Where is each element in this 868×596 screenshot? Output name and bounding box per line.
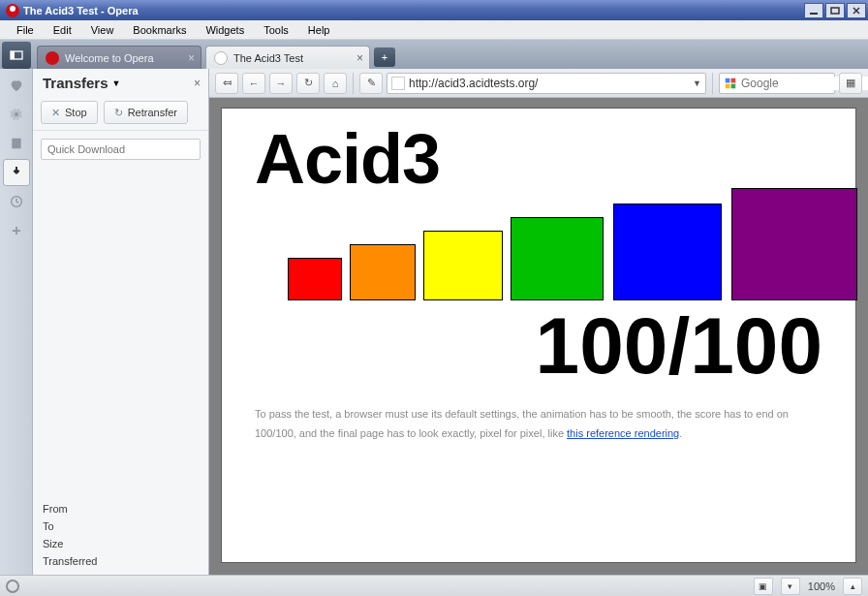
downloads-icon[interactable]	[3, 159, 30, 186]
menu-tools[interactable]: Tools	[255, 22, 297, 38]
svg-rect-11	[726, 83, 730, 88]
svg-rect-9	[726, 78, 730, 82]
desc-prefix: To pass the test, a browser must use its…	[255, 408, 789, 439]
svg-rect-7	[12, 139, 20, 149]
menu-view[interactable]: View	[82, 22, 123, 38]
history-icon[interactable]	[3, 188, 30, 215]
wand-button[interactable]: ✎	[359, 73, 383, 94]
stop-label: Stop	[65, 107, 87, 118]
address-bar[interactable]: ▼	[387, 73, 706, 94]
color-bar	[511, 217, 604, 300]
separator	[712, 73, 713, 94]
svg-rect-12	[731, 83, 736, 88]
reload-button[interactable]: ↻	[296, 73, 320, 94]
menu-help[interactable]: Help	[299, 22, 339, 38]
menubar: File Edit View Bookmarks Widgets Tools H…	[0, 20, 868, 40]
back-button[interactable]: ←	[242, 73, 265, 94]
window-title: The Acid3 Test - Opera	[23, 5, 804, 16]
settings-icon[interactable]	[3, 101, 30, 128]
svg-rect-0	[810, 13, 818, 15]
status-panel-button[interactable]: ▣	[754, 578, 773, 595]
info-to: To	[43, 520, 199, 532]
zoom-level: 100%	[808, 580, 835, 592]
tab-label: The Acid3 Test	[233, 52, 303, 64]
opera-app-icon	[6, 4, 19, 17]
rewind-button[interactable]: ⤆	[215, 73, 238, 94]
menu-bookmarks[interactable]: Bookmarks	[124, 22, 195, 38]
reference-link[interactable]: this reference rendering	[567, 427, 679, 439]
zoom-out-button[interactable]: ▾	[781, 578, 800, 595]
stop-button[interactable]: ✕ Stop	[41, 101, 98, 124]
desc-suffix: .	[679, 427, 682, 439]
sync-icon[interactable]	[6, 580, 19, 593]
notes-icon[interactable]	[3, 130, 30, 157]
score-text: 100/100	[255, 306, 822, 386]
color-bars	[255, 174, 822, 300]
opera-favicon-icon	[46, 51, 59, 65]
url-input[interactable]	[409, 77, 689, 90]
color-bar	[731, 188, 857, 300]
tab-label: Welcome to Opera	[65, 52, 154, 64]
info-from: From	[43, 503, 199, 515]
panel-title: Transfers	[43, 75, 108, 91]
svg-rect-1	[831, 8, 839, 14]
tab-welcome[interactable]: Welcome to Opera ×	[37, 46, 202, 69]
menu-file[interactable]: File	[8, 22, 43, 38]
color-bar	[288, 258, 342, 300]
maximize-button[interactable]	[825, 3, 845, 18]
favorites-icon[interactable]	[3, 72, 30, 99]
new-tab-button[interactable]: +	[374, 47, 395, 67]
panel-toggle-button[interactable]	[2, 42, 31, 69]
info-transferred: Transferred	[43, 555, 199, 567]
transfers-panel: Transfers ▼ × ✕ Stop ↻ Retransfer From T…	[33, 69, 209, 575]
menu-widgets[interactable]: Widgets	[197, 22, 253, 38]
home-button[interactable]: ⌂	[324, 73, 347, 94]
forward-button[interactable]: →	[269, 73, 293, 94]
separator	[353, 73, 354, 94]
acid3-page: Acid3 100/100 To pass the test, a browse…	[221, 108, 856, 563]
refresh-icon: ↻	[114, 107, 123, 119]
navigation-toolbar: ⤆ ← → ↻ ⌂ ✎ ▼ ▼ ▦	[209, 69, 868, 98]
zoom-in-button[interactable]: ▴	[843, 578, 862, 595]
close-window-button[interactable]	[847, 3, 866, 18]
quick-download-input[interactable]	[41, 139, 201, 160]
search-box[interactable]: ▼	[719, 73, 835, 94]
stop-icon: ✕	[51, 107, 60, 119]
color-bar	[350, 244, 416, 300]
color-bar	[613, 204, 722, 300]
status-bar: ▣ ▾ 100% ▴	[0, 575, 868, 596]
page-favicon-icon	[214, 51, 228, 65]
chevron-down-icon[interactable]: ▼	[693, 78, 701, 88]
retransfer-label: Retransfer	[128, 107, 177, 118]
view-toggle-button[interactable]: ▦	[839, 73, 862, 94]
side-icon-bar	[0, 69, 33, 575]
tab-strip: Welcome to Opera × The Acid3 Test × +	[0, 40, 868, 69]
close-tab-icon[interactable]: ×	[188, 51, 195, 65]
close-tab-icon[interactable]: ×	[356, 51, 363, 65]
menu-edit[interactable]: Edit	[45, 22, 80, 38]
site-favicon-icon	[391, 77, 405, 90]
chevron-down-icon[interactable]: ▼	[112, 78, 121, 88]
google-icon	[724, 77, 737, 90]
info-size: Size	[43, 538, 199, 549]
svg-rect-5	[11, 51, 15, 59]
svg-rect-10	[731, 78, 736, 82]
color-bar	[423, 231, 503, 300]
description-text: To pass the test, a browser must use its…	[255, 403, 822, 443]
page-viewport: Acid3 100/100 To pass the test, a browse…	[209, 98, 868, 575]
add-panel-icon[interactable]	[3, 217, 30, 244]
close-panel-icon[interactable]: ×	[194, 77, 201, 90]
minimize-button[interactable]	[804, 3, 823, 18]
tab-acid3[interactable]: The Acid3 Test ×	[205, 46, 370, 69]
retransfer-button[interactable]: ↻ Retransfer	[104, 101, 188, 124]
